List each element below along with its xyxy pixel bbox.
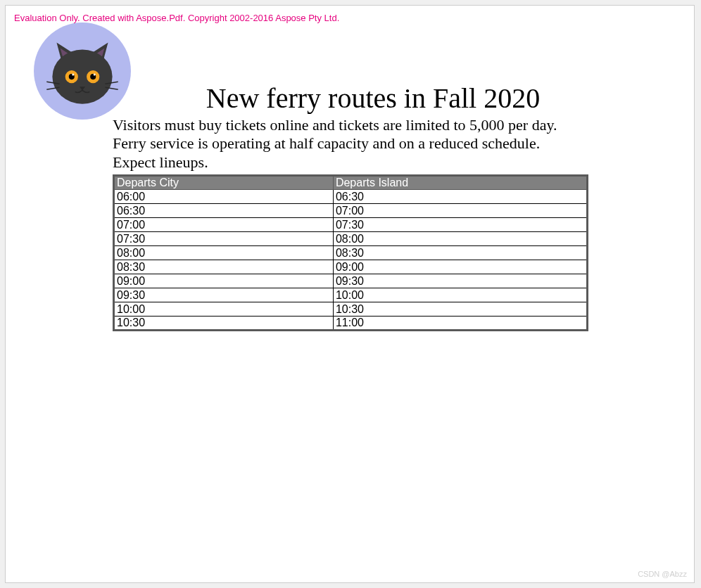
- table-header-row: Departs City Departs Island: [114, 176, 588, 190]
- table-row: 10:3011:00: [114, 317, 588, 331]
- cell-departs-island: 10:00: [333, 288, 587, 302]
- table-row: 07:3008:00: [114, 232, 588, 246]
- table-row: 08:3009:00: [114, 260, 588, 274]
- desc-line-2: Ferry service is operating at half capac…: [113, 134, 540, 152]
- cell-departs-island: 09:30: [333, 274, 587, 288]
- cell-departs-city: 09:30: [114, 288, 334, 302]
- cell-departs-city: 07:30: [114, 232, 334, 246]
- schedule-table: Departs City Departs Island 06:0006:30 0…: [113, 174, 588, 331]
- cell-departs-city: 08:30: [114, 260, 334, 274]
- table-row: 09:3010:00: [114, 288, 588, 302]
- cell-departs-city: 09:00: [114, 274, 334, 288]
- svg-point-7: [94, 74, 96, 76]
- cell-departs-island: 11:00: [333, 317, 587, 331]
- table-row: 08:0008:30: [114, 246, 588, 260]
- footer-watermark: CSDN @Abzz: [638, 570, 687, 578]
- table-row: 06:3007:00: [114, 204, 588, 218]
- cell-departs-city: 10:00: [114, 302, 334, 317]
- svg-point-6: [72, 74, 74, 76]
- header-departs-city: Departs City: [114, 176, 334, 190]
- main-content: New ferry routes in Fall 2020 Visitors m…: [113, 82, 591, 331]
- desc-line-3: Expect lineups.: [113, 153, 208, 171]
- page-title: New ferry routes in Fall 2020: [155, 82, 591, 115]
- svg-point-1: [52, 50, 112, 104]
- cell-departs-island: 07:30: [333, 218, 587, 232]
- table-row: 07:0007:30: [114, 218, 588, 232]
- cell-departs-city: 07:00: [114, 218, 334, 232]
- header-departs-island: Departs Island: [333, 176, 587, 190]
- description-text: Visitors must buy tickets online and tic…: [113, 116, 591, 172]
- table-row: 06:0006:30: [114, 190, 588, 204]
- cell-departs-island: 08:30: [333, 246, 587, 260]
- cell-departs-island: 10:30: [333, 302, 587, 317]
- document-page: Evaluation Only. Created with Aspose.Pdf…: [5, 5, 695, 583]
- cell-departs-city: 06:00: [114, 190, 334, 204]
- cell-departs-city: 06:30: [114, 204, 334, 218]
- cell-departs-city: 10:30: [114, 317, 334, 331]
- cell-departs-island: 07:00: [333, 204, 587, 218]
- cell-departs-island: 09:00: [333, 260, 587, 274]
- cell-departs-city: 08:00: [114, 246, 334, 260]
- table-row: 09:0009:30: [114, 274, 588, 288]
- desc-line-1: Visitors must buy tickets online and tic…: [113, 116, 557, 134]
- table-row: 10:0010:30: [114, 302, 588, 317]
- cell-departs-island: 06:30: [333, 190, 587, 204]
- cell-departs-island: 08:00: [333, 232, 587, 246]
